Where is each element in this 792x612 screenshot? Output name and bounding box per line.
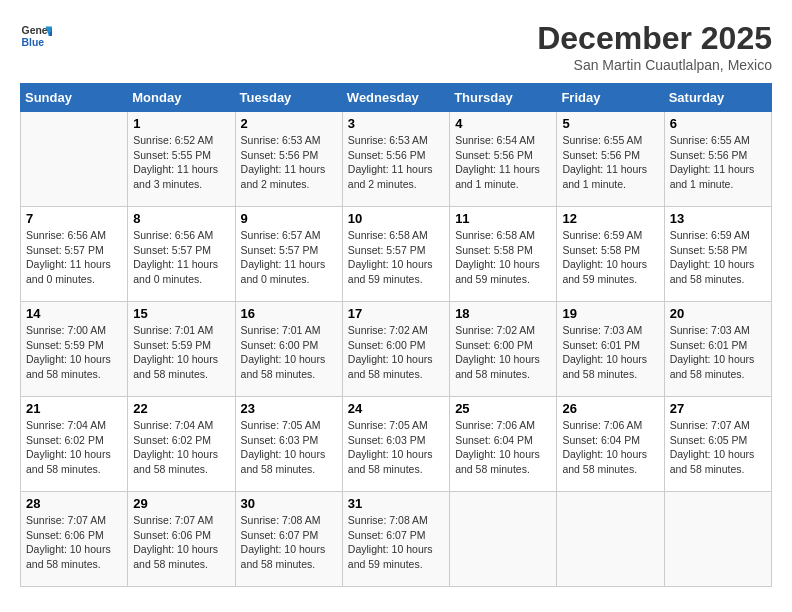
day-number: 23 (241, 401, 337, 416)
calendar-cell: 18Sunrise: 7:02 AMSunset: 6:00 PMDayligh… (450, 302, 557, 397)
day-info: Sunrise: 7:07 AMSunset: 6:06 PMDaylight:… (133, 513, 229, 572)
day-info: Sunrise: 7:07 AMSunset: 6:05 PMDaylight:… (670, 418, 766, 477)
day-number: 25 (455, 401, 551, 416)
calendar-cell: 22Sunrise: 7:04 AMSunset: 6:02 PMDayligh… (128, 397, 235, 492)
day-number: 16 (241, 306, 337, 321)
day-info: Sunrise: 7:06 AMSunset: 6:04 PMDaylight:… (562, 418, 658, 477)
calendar-cell: 5Sunrise: 6:55 AMSunset: 5:56 PMDaylight… (557, 112, 664, 207)
weekday-header-wednesday: Wednesday (342, 84, 449, 112)
day-number: 7 (26, 211, 122, 226)
calendar-cell: 19Sunrise: 7:03 AMSunset: 6:01 PMDayligh… (557, 302, 664, 397)
day-number: 21 (26, 401, 122, 416)
calendar-cell: 26Sunrise: 7:06 AMSunset: 6:04 PMDayligh… (557, 397, 664, 492)
day-info: Sunrise: 7:08 AMSunset: 6:07 PMDaylight:… (241, 513, 337, 572)
location: San Martin Cuautlalpan, Mexico (537, 57, 772, 73)
month-title: December 2025 (537, 20, 772, 57)
day-number: 4 (455, 116, 551, 131)
day-info: Sunrise: 7:05 AMSunset: 6:03 PMDaylight:… (348, 418, 444, 477)
day-info: Sunrise: 7:01 AMSunset: 5:59 PMDaylight:… (133, 323, 229, 382)
calendar-cell (557, 492, 664, 587)
calendar-cell: 6Sunrise: 6:55 AMSunset: 5:56 PMDaylight… (664, 112, 771, 207)
day-info: Sunrise: 6:56 AMSunset: 5:57 PMDaylight:… (133, 228, 229, 287)
day-number: 5 (562, 116, 658, 131)
calendar-cell: 9Sunrise: 6:57 AMSunset: 5:57 PMDaylight… (235, 207, 342, 302)
day-number: 10 (348, 211, 444, 226)
day-number: 31 (348, 496, 444, 511)
day-info: Sunrise: 7:00 AMSunset: 5:59 PMDaylight:… (26, 323, 122, 382)
day-number: 18 (455, 306, 551, 321)
day-info: Sunrise: 6:58 AMSunset: 5:57 PMDaylight:… (348, 228, 444, 287)
day-number: 6 (670, 116, 766, 131)
day-info: Sunrise: 6:55 AMSunset: 5:56 PMDaylight:… (670, 133, 766, 192)
week-row-5: 28Sunrise: 7:07 AMSunset: 6:06 PMDayligh… (21, 492, 772, 587)
week-row-3: 14Sunrise: 7:00 AMSunset: 5:59 PMDayligh… (21, 302, 772, 397)
calendar-cell: 25Sunrise: 7:06 AMSunset: 6:04 PMDayligh… (450, 397, 557, 492)
week-row-1: 1Sunrise: 6:52 AMSunset: 5:55 PMDaylight… (21, 112, 772, 207)
day-number: 14 (26, 306, 122, 321)
calendar-cell: 12Sunrise: 6:59 AMSunset: 5:58 PMDayligh… (557, 207, 664, 302)
calendar-cell: 30Sunrise: 7:08 AMSunset: 6:07 PMDayligh… (235, 492, 342, 587)
day-info: Sunrise: 6:59 AMSunset: 5:58 PMDaylight:… (562, 228, 658, 287)
calendar-cell: 3Sunrise: 6:53 AMSunset: 5:56 PMDaylight… (342, 112, 449, 207)
calendar-cell: 24Sunrise: 7:05 AMSunset: 6:03 PMDayligh… (342, 397, 449, 492)
weekday-header-tuesday: Tuesday (235, 84, 342, 112)
day-info: Sunrise: 7:05 AMSunset: 6:03 PMDaylight:… (241, 418, 337, 477)
page-header: General Blue December 2025 San Martin Cu… (20, 20, 772, 73)
day-info: Sunrise: 6:52 AMSunset: 5:55 PMDaylight:… (133, 133, 229, 192)
week-row-4: 21Sunrise: 7:04 AMSunset: 6:02 PMDayligh… (21, 397, 772, 492)
day-number: 28 (26, 496, 122, 511)
calendar-cell: 21Sunrise: 7:04 AMSunset: 6:02 PMDayligh… (21, 397, 128, 492)
calendar-cell: 16Sunrise: 7:01 AMSunset: 6:00 PMDayligh… (235, 302, 342, 397)
weekday-header-friday: Friday (557, 84, 664, 112)
day-number: 30 (241, 496, 337, 511)
calendar-cell: 29Sunrise: 7:07 AMSunset: 6:06 PMDayligh… (128, 492, 235, 587)
day-info: Sunrise: 6:56 AMSunset: 5:57 PMDaylight:… (26, 228, 122, 287)
day-number: 9 (241, 211, 337, 226)
day-number: 11 (455, 211, 551, 226)
day-info: Sunrise: 7:02 AMSunset: 6:00 PMDaylight:… (455, 323, 551, 382)
day-number: 22 (133, 401, 229, 416)
calendar-cell: 31Sunrise: 7:08 AMSunset: 6:07 PMDayligh… (342, 492, 449, 587)
weekday-header-thursday: Thursday (450, 84, 557, 112)
calendar-cell: 11Sunrise: 6:58 AMSunset: 5:58 PMDayligh… (450, 207, 557, 302)
calendar-cell (450, 492, 557, 587)
calendar-cell: 27Sunrise: 7:07 AMSunset: 6:05 PMDayligh… (664, 397, 771, 492)
day-number: 12 (562, 211, 658, 226)
calendar-cell: 17Sunrise: 7:02 AMSunset: 6:00 PMDayligh… (342, 302, 449, 397)
day-info: Sunrise: 6:55 AMSunset: 5:56 PMDaylight:… (562, 133, 658, 192)
calendar-cell: 7Sunrise: 6:56 AMSunset: 5:57 PMDaylight… (21, 207, 128, 302)
day-number: 8 (133, 211, 229, 226)
svg-text:Blue: Blue (22, 37, 45, 48)
day-number: 1 (133, 116, 229, 131)
calendar-cell: 13Sunrise: 6:59 AMSunset: 5:58 PMDayligh… (664, 207, 771, 302)
calendar-cell: 28Sunrise: 7:07 AMSunset: 6:06 PMDayligh… (21, 492, 128, 587)
calendar-cell: 1Sunrise: 6:52 AMSunset: 5:55 PMDaylight… (128, 112, 235, 207)
day-info: Sunrise: 7:06 AMSunset: 6:04 PMDaylight:… (455, 418, 551, 477)
calendar-cell: 15Sunrise: 7:01 AMSunset: 5:59 PMDayligh… (128, 302, 235, 397)
day-info: Sunrise: 6:58 AMSunset: 5:58 PMDaylight:… (455, 228, 551, 287)
logo: General Blue (20, 20, 52, 52)
day-info: Sunrise: 7:03 AMSunset: 6:01 PMDaylight:… (670, 323, 766, 382)
day-info: Sunrise: 7:03 AMSunset: 6:01 PMDaylight:… (562, 323, 658, 382)
weekday-header-sunday: Sunday (21, 84, 128, 112)
day-number: 27 (670, 401, 766, 416)
day-number: 17 (348, 306, 444, 321)
calendar-cell (21, 112, 128, 207)
weekday-header-monday: Monday (128, 84, 235, 112)
calendar-cell: 23Sunrise: 7:05 AMSunset: 6:03 PMDayligh… (235, 397, 342, 492)
week-row-2: 7Sunrise: 6:56 AMSunset: 5:57 PMDaylight… (21, 207, 772, 302)
weekday-header-saturday: Saturday (664, 84, 771, 112)
header-row: SundayMondayTuesdayWednesdayThursdayFrid… (21, 84, 772, 112)
day-info: Sunrise: 6:54 AMSunset: 5:56 PMDaylight:… (455, 133, 551, 192)
day-number: 2 (241, 116, 337, 131)
day-number: 24 (348, 401, 444, 416)
day-info: Sunrise: 7:01 AMSunset: 6:00 PMDaylight:… (241, 323, 337, 382)
day-info: Sunrise: 6:53 AMSunset: 5:56 PMDaylight:… (241, 133, 337, 192)
day-info: Sunrise: 7:08 AMSunset: 6:07 PMDaylight:… (348, 513, 444, 572)
logo-icon: General Blue (20, 20, 52, 52)
day-number: 20 (670, 306, 766, 321)
calendar-cell (664, 492, 771, 587)
day-number: 26 (562, 401, 658, 416)
calendar-table: SundayMondayTuesdayWednesdayThursdayFrid… (20, 83, 772, 587)
calendar-cell: 2Sunrise: 6:53 AMSunset: 5:56 PMDaylight… (235, 112, 342, 207)
